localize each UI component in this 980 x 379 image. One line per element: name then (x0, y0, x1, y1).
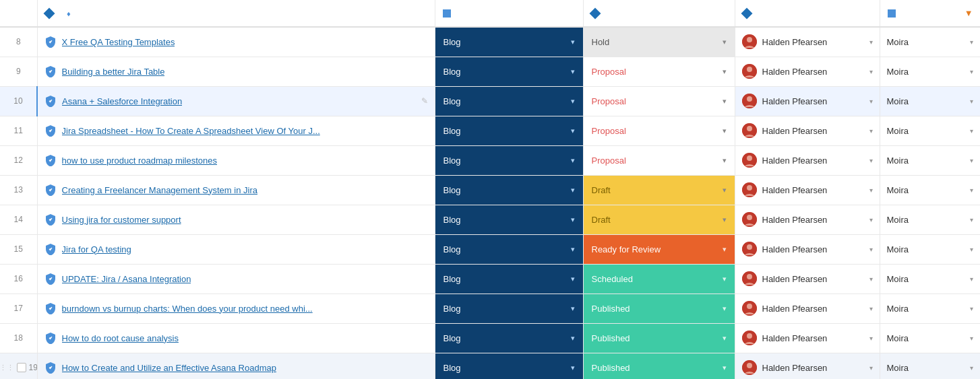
assignee-dropdown-arrow[interactable]: ▾ (869, 186, 873, 194)
jira-shield-icon (44, 213, 57, 226)
edit-icon[interactable]: ✎ (421, 96, 428, 106)
assignee-dropdown-arrow[interactable]: ▾ (869, 38, 873, 46)
row-checkbox[interactable] (17, 363, 26, 372)
assignee-dropdown-arrow[interactable]: ▾ (869, 305, 873, 312)
table-row: 16 UPDATE: Jira / Asana Integration Blog… (0, 264, 980, 294)
status-dropdown[interactable]: Draft ▾ (584, 176, 735, 205)
jira-link[interactable]: How to Create and Utilize an Effective A… (62, 363, 276, 373)
category-dropdown[interactable]: Blog ▾ (435, 235, 583, 264)
category-dropdown[interactable]: Blog ▾ (435, 146, 583, 175)
status-dropdown[interactable]: Proposal ▾ (584, 116, 735, 145)
category-dropdown[interactable]: Blog ▾ (435, 265, 583, 294)
jira-link[interactable]: Creating a Freelancer Management System … (62, 185, 257, 195)
category-dropdown[interactable]: Blog ▾ (435, 176, 583, 205)
status-dropdown[interactable]: Scheduled ▾ (584, 265, 735, 294)
status-dropdown[interactable]: Proposal ▾ (584, 87, 735, 116)
status-value: Published (592, 333, 630, 343)
jira-shield-icon (44, 65, 57, 77)
freelancer-dropdown-arrow[interactable]: ▾ (970, 305, 973, 312)
category-dropdown[interactable]: Blog ▾ (435, 57, 583, 86)
jira-connection-cell: Building a better Jira Table (37, 57, 435, 86)
freelancer-dropdown-arrow[interactable]: ▾ (970, 68, 973, 75)
category-dropdown[interactable]: Blog ▾ (435, 324, 583, 353)
status-dropdown-arrow: ▾ (723, 127, 727, 135)
freelancer-cell: Moira ▾ (880, 57, 980, 86)
status-dropdown[interactable]: Published ▾ (584, 294, 735, 323)
category-dropdown[interactable]: Blog ▾ (435, 353, 583, 380)
status-dropdown[interactable]: Published ▾ (584, 353, 735, 380)
table-row: 10 Asana + Salesforce Integration ✎ Blog… (0, 86, 980, 116)
assignee-cell: Halden Pfearsen ▾ (735, 353, 880, 379)
freelancer-value: Moira (887, 363, 909, 373)
jira-link[interactable]: Jira Spreadsheet - How To Create A Sprea… (62, 126, 320, 136)
col-header-status[interactable] (583, 0, 735, 27)
assignee-dropdown-arrow[interactable]: ▾ (869, 246, 873, 253)
avatar (742, 182, 757, 197)
category-value: Blog (443, 185, 461, 195)
status-cell: Scheduled ▾ (583, 264, 735, 294)
category-dropdown[interactable]: Blog ▾ (435, 116, 583, 145)
assignee-dropdown-arrow[interactable]: ▾ (869, 275, 873, 283)
freelancer-dropdown-arrow[interactable]: ▾ (970, 98, 973, 105)
freelancer-dropdown-arrow[interactable]: ▾ (970, 38, 973, 46)
jira-connection-cell: How to Create and Utilize an Effective A… (37, 353, 435, 379)
jira-link[interactable]: Using jira for customer support (62, 215, 181, 225)
category-dropdown[interactable]: Blog ▾ (435, 205, 583, 234)
freelancer-dropdown-arrow[interactable]: ▾ (970, 246, 973, 253)
category-cell: Blog ▾ (435, 175, 583, 205)
status-dropdown[interactable]: Published ▾ (584, 324, 735, 353)
freelancer-dropdown-arrow[interactable]: ▾ (970, 157, 973, 164)
avatar-image (742, 64, 757, 79)
status-dropdown[interactable]: Draft ▾ (584, 205, 735, 234)
assignee-dropdown-arrow[interactable]: ▾ (869, 364, 873, 372)
assignee-cell: Halden Pfearsen ▾ (735, 57, 880, 86)
assignee-name: Halden Pfearsen (762, 304, 864, 314)
freelancer-value: Moira (887, 244, 909, 254)
freelancer-dropdown-arrow[interactable]: ▾ (970, 127, 973, 135)
status-value: Proposal (592, 67, 626, 77)
category-dropdown-arrow: ▾ (571, 97, 575, 106)
status-dropdown[interactable]: Proposal ▾ (584, 146, 735, 175)
freelancer-dropdown-arrow[interactable]: ▾ (970, 335, 973, 342)
status-dropdown-arrow: ▾ (723, 245, 727, 254)
assignee-dropdown-arrow[interactable]: ▾ (869, 127, 873, 135)
jira-link[interactable]: UPDATE: Jira / Asana Integration (62, 274, 191, 284)
freelancer-dropdown-arrow[interactable]: ▾ (970, 186, 973, 194)
status-dropdown[interactable]: Hold ▾ (584, 28, 735, 57)
jira-link[interactable]: X Free QA Testing Templates (62, 37, 175, 47)
category-dropdown[interactable]: Blog ▾ (435, 294, 583, 323)
freelancer-value: Moira (887, 274, 909, 284)
category-dropdown[interactable]: Blog ▾ (435, 28, 583, 57)
jira-link[interactable]: Building a better Jira Table (62, 67, 165, 77)
col-header-category[interactable] (435, 0, 583, 27)
jira-connection-cell: Jira for QA testing (37, 234, 435, 264)
status-dropdown[interactable]: Ready for Review ▾ (584, 235, 735, 264)
col-header-jira[interactable]: ⬧ (37, 0, 435, 27)
col-header-assignee[interactable] (735, 0, 880, 27)
avatar (742, 331, 757, 345)
freelancer-dropdown-arrow[interactable]: ▾ (970, 275, 973, 283)
freelancer-dropdown-arrow[interactable]: ▾ (970, 364, 973, 372)
assignee-dropdown-arrow[interactable]: ▾ (869, 335, 873, 342)
assignee-dropdown-arrow[interactable]: ▾ (869, 216, 873, 223)
shield-svg (44, 361, 57, 374)
category-value: Blog (443, 244, 461, 254)
assignee-dropdown-arrow[interactable]: ▾ (869, 98, 873, 105)
status-dropdown[interactable]: Proposal ▾ (584, 57, 735, 86)
col-header-freelancer[interactable]: ▼ (880, 0, 980, 27)
category-dropdown[interactable]: Blog ▾ (435, 87, 583, 116)
svg-point-3 (747, 67, 752, 72)
jira-link[interactable]: Jira for QA testing (62, 244, 131, 254)
assignee-dropdown-arrow[interactable]: ▾ (869, 68, 873, 75)
svg-point-9 (747, 156, 752, 161)
drag-handle-icon[interactable]: ⋮⋮ (0, 364, 14, 372)
freelancer-dropdown-arrow[interactable]: ▾ (970, 216, 973, 223)
filter-icon[interactable]: ▼ (964, 8, 973, 18)
jira-link[interactable]: how to use product roadmap milestones (62, 156, 218, 166)
assignee-dropdown-arrow[interactable]: ▾ (869, 157, 873, 164)
jira-link[interactable]: How to do root cause analysis (62, 333, 179, 343)
jira-connection-cell: how to use product roadmap milestones (37, 145, 435, 175)
jira-link[interactable]: Asana + Salesforce Integration (62, 96, 182, 106)
jira-link[interactable]: burndown vs burnup charts: When does you… (62, 304, 313, 314)
jira-connection-cell: burndown vs burnup charts: When does you… (37, 294, 435, 323)
